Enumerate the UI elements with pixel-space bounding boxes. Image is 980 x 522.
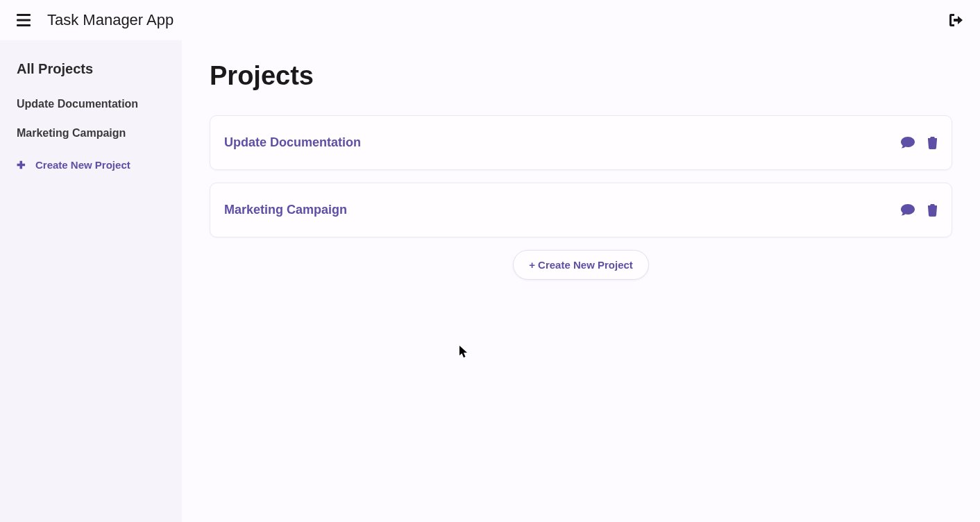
create-button-wrap: + Create New Project <box>210 250 952 280</box>
svg-rect-2 <box>17 24 31 26</box>
svg-rect-1 <box>17 19 31 22</box>
trash-icon[interactable] <box>927 137 938 149</box>
topbar: Task Manager App <box>0 0 980 40</box>
comment-icon[interactable] <box>901 137 915 149</box>
project-card: Update Documentation <box>210 115 952 170</box>
project-card: Marketing Campaign <box>210 183 952 237</box>
topbar-left: Task Manager App <box>17 11 174 29</box>
project-card-title[interactable]: Marketing Campaign <box>224 203 347 217</box>
sidebar-item-project[interactable]: Update Documentation <box>17 98 165 110</box>
comment-icon[interactable] <box>901 204 915 217</box>
plus-icon: ✚ <box>17 160 26 170</box>
project-list: Update Documentation Marketing Ca <box>210 115 952 237</box>
layout: All Projects Update Documentation Market… <box>0 40 980 522</box>
logout-icon[interactable] <box>949 14 963 26</box>
sidebar-create-project[interactable]: ✚ Create New Project <box>17 159 165 171</box>
project-card-actions <box>901 204 938 217</box>
sidebar-create-label: Create New Project <box>35 159 130 171</box>
sidebar: All Projects Update Documentation Market… <box>0 40 182 522</box>
sidebar-item-project[interactable]: Marketing Campaign <box>17 127 165 140</box>
page-title: Projects <box>210 61 952 91</box>
menu-icon[interactable] <box>17 14 31 26</box>
project-card-title[interactable]: Update Documentation <box>224 135 361 150</box>
main: Projects Update Documentation <box>182 40 980 522</box>
app-title: Task Manager App <box>47 11 174 29</box>
trash-icon[interactable] <box>927 204 938 217</box>
project-card-actions <box>901 137 938 149</box>
sidebar-title: All Projects <box>17 61 165 77</box>
create-project-button[interactable]: + Create New Project <box>513 250 649 280</box>
svg-rect-0 <box>17 14 31 16</box>
